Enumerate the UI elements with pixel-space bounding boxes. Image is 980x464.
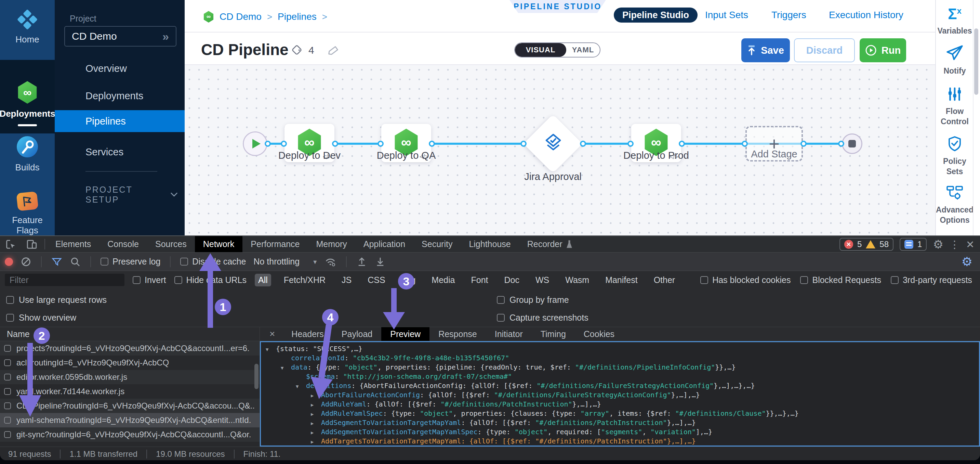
details-tab-response[interactable]: Response <box>430 327 486 341</box>
preserve-log-checkbox[interactable]: Preserve log <box>100 257 161 266</box>
disable-cache-checkbox[interactable]: Disable cache <box>180 257 246 266</box>
sidebar-item-services[interactable]: Services <box>55 141 185 163</box>
has-blocked-cookies-checkbox[interactable]: Has blocked cookies <box>700 275 791 285</box>
request-checkbox[interactable] <box>4 402 11 409</box>
settings-gear-icon[interactable]: ⚙ <box>933 238 943 251</box>
checkbox[interactable] <box>180 258 188 266</box>
preview-json-line[interactable]: correlationId: "cb54c3b2-9ffe-49f8-a48e-… <box>261 354 979 363</box>
devtools-tab-lighthouse[interactable]: Lighthouse <box>461 236 519 252</box>
details-tab-initiator[interactable]: Initiator <box>486 327 532 341</box>
preview-json-line[interactable]: ▼data: {type: "object", properties: {pip… <box>261 363 979 372</box>
filter-chip-other[interactable]: Other <box>651 274 679 286</box>
request-checkbox[interactable] <box>4 388 11 395</box>
nav-module-deployments[interactable]: ∞ Deployments <box>0 60 55 134</box>
request-row-yaml-schema[interactable]: yaml-schema?routingId=6_vVHzo9Qeu9fXvj-A… <box>0 413 259 427</box>
details-tab-headers[interactable]: Headers <box>282 327 333 341</box>
checkbox[interactable] <box>6 314 14 322</box>
filter-input[interactable] <box>5 274 124 286</box>
sidebar-item-deployments[interactable]: Deployments <box>55 85 185 107</box>
nav-module-builds[interactable]: Builds <box>0 134 55 191</box>
connector-dot[interactable] <box>281 140 287 147</box>
checkbox[interactable] <box>6 296 14 304</box>
tool-variables[interactable]: Σx Variables <box>936 3 974 36</box>
tool-advanced-options[interactable]: Advanced Options <box>936 185 974 225</box>
tab-triggers[interactable]: Triggers <box>772 8 806 22</box>
devtools-tab-sources[interactable]: Sources <box>147 236 195 252</box>
save-button[interactable]: Save <box>741 38 790 62</box>
project-expand-icon[interactable]: » <box>162 30 169 43</box>
checkbox[interactable] <box>100 258 108 266</box>
breadcrumb-cd-demo[interactable]: CD Demo <box>220 11 262 22</box>
discard-button[interactable]: Discard <box>794 38 855 62</box>
nav-module-home[interactable]: Home <box>0 0 55 60</box>
filter-chip-doc[interactable]: Doc <box>501 274 522 286</box>
expand-toggle-icon[interactable]: ▶ <box>311 437 321 446</box>
tool-flow-control[interactable]: Flow Control <box>936 86 974 127</box>
checkbox[interactable] <box>497 296 505 304</box>
visual-yaml-toggle[interactable]: VISUAL YAML <box>514 42 600 57</box>
issues-badge[interactable]: 1 <box>900 238 927 251</box>
filter-chip-fetch-xhr[interactable]: Fetch/XHR <box>280 274 329 286</box>
checkbox[interactable] <box>700 276 708 284</box>
connector-dot[interactable] <box>429 140 435 147</box>
checkbox[interactable] <box>174 276 182 284</box>
details-tab-timing[interactable]: Timing <box>532 327 575 341</box>
record-network-log-button[interactable] <box>5 258 13 266</box>
filter-chip-font[interactable]: Font <box>468 274 492 286</box>
request-checkbox[interactable] <box>4 374 11 381</box>
preview-json-line[interactable]: ▼{status: "SUCCESS",…} <box>261 344 979 354</box>
connector-dot[interactable] <box>627 140 634 147</box>
details-tab-cookies[interactable]: Cookies <box>575 327 624 341</box>
filter-chip-all[interactable]: All <box>255 274 271 286</box>
request-checkbox[interactable] <box>4 431 11 438</box>
blocked-requests-checkbox[interactable]: Blocked Requests <box>800 275 881 285</box>
preview-json-line[interactable]: ▶AddRuleYamlSpec: {type: "object", prope… <box>261 409 979 418</box>
connector-dot[interactable] <box>377 140 383 147</box>
devtools-tab-application[interactable]: Application <box>355 236 414 252</box>
filter-chip-img[interactable]: Img <box>398 274 419 286</box>
devtools-tab-network[interactable]: Network <box>195 236 243 252</box>
expand-toggle-icon[interactable]: ▶ <box>311 400 321 410</box>
expand-toggle-icon[interactable]: ▶ <box>311 391 321 400</box>
filter-chip-manifest[interactable]: Manifest <box>602 274 641 286</box>
kebab-menu-icon[interactable]: ⋮ <box>950 239 960 250</box>
preview-json-line[interactable]: ▶AddRuleYaml: {allOf: [{$ref: "#/definit… <box>261 400 979 409</box>
show-overview-checkbox[interactable]: Show overview <box>6 313 76 323</box>
expand-toggle-icon[interactable]: ▼ <box>281 364 291 373</box>
filter-funnel-icon[interactable] <box>51 256 62 267</box>
expand-toggle-icon[interactable]: ▶ <box>311 410 321 419</box>
canvas-scrollbar-thumb[interactable] <box>974 29 978 95</box>
request-checkbox[interactable] <box>4 417 11 424</box>
network-settings-gear-icon[interactable]: ⚙ <box>961 255 972 269</box>
devtools-tab-recorder[interactable]: Recorder <box>519 236 581 252</box>
devtools-tab-elements[interactable]: Elements <box>47 236 99 252</box>
details-tab-preview[interactable]: Preview <box>381 327 430 341</box>
toggle-visual[interactable]: VISUAL <box>515 43 566 57</box>
connector-dot[interactable] <box>580 140 586 147</box>
project-selector[interactable]: CD Demo » <box>64 26 177 46</box>
sidebar-item-overview[interactable]: Overview <box>55 57 185 80</box>
preview-pane[interactable]: ▼{status: "SUCCESS",…}correlationId: "cb… <box>260 341 980 446</box>
toggle-yaml[interactable]: YAML <box>566 43 600 57</box>
checkbox[interactable] <box>800 276 808 284</box>
connector-dot[interactable] <box>332 140 338 147</box>
use-large-request-rows-checkbox[interactable]: Use large request rows <box>6 295 107 305</box>
tab-execution-history[interactable]: Execution History <box>829 8 904 22</box>
details-tab-payload[interactable]: Payload <box>333 327 381 341</box>
pipeline-canvas[interactable]: ∞ </> ∞ </> ∞ </> + Deploy to Dev Deploy… <box>185 65 935 235</box>
request-row-editor-worker-0595db-worker-js[interactable]: editor.worker.0595db.worker.js <box>0 370 259 384</box>
connector-dot[interactable] <box>800 140 807 147</box>
capture-screenshots-checkbox[interactable]: Capture screenshots <box>497 313 589 323</box>
name-column-header[interactable]: Name <box>0 327 260 341</box>
request-row-acl[interactable]: acl?routingId=6_vVHzo9Qeu9fXvj-AcbCQ <box>0 356 259 370</box>
filter-chip-wasm[interactable]: Wasm <box>562 274 593 286</box>
sidebar-item-pipelines[interactable]: Pipelines <box>55 110 185 132</box>
preview-json-line[interactable]: $schema: "http://json-schema.org/draft-0… <box>261 372 979 381</box>
preview-json-line[interactable]: ▶AddSegmentToVariationTargetMapYaml: {al… <box>261 418 979 427</box>
tab-input-sets[interactable]: Input Sets <box>705 8 748 22</box>
expand-toggle-icon[interactable]: ▼ <box>266 345 276 354</box>
inspect-element-icon[interactable] <box>0 236 21 252</box>
network-conditions-icon[interactable] <box>324 256 336 268</box>
checkbox[interactable] <box>497 314 505 322</box>
expand-toggle-icon[interactable]: ▶ <box>311 419 321 428</box>
